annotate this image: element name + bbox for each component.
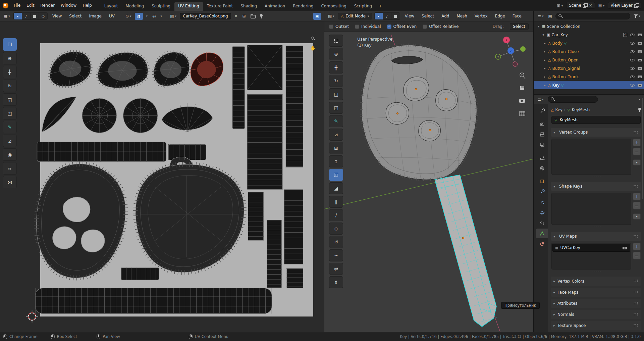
properties-editor-type-button[interactable]: ≣ ▾ <box>536 96 545 102</box>
uv-pivot-button[interactable]: ⊙ ▾ <box>124 13 133 19</box>
tool-inset-faces[interactable] <box>329 169 343 181</box>
drag-dropdown[interactable]: Select <box>510 23 529 30</box>
tool-transform[interactable]: ◰ <box>3 107 17 119</box>
blender-logo-icon[interactable] <box>3 3 8 8</box>
render-camera-icon[interactable] <box>637 83 643 87</box>
tool-spin[interactable]: ↺ <box>329 236 343 248</box>
tool-scale[interactable]: ◱ <box>3 93 17 106</box>
outliner-row-button-trunk[interactable]: ▸△ Button_Trunk <box>534 72 644 81</box>
hide-eye-icon[interactable] <box>630 49 635 54</box>
uv-select-mode-vertex[interactable]: ∙ <box>14 13 22 19</box>
render-camera-icon[interactable] <box>637 33 643 37</box>
tool-cursor[interactable]: ⊕ <box>329 48 343 60</box>
view-layer-selector[interactable]: View Layer <box>608 2 641 9</box>
properties-scrollbar[interactable] <box>642 98 643 199</box>
uv-canvas[interactable]: ⊕ ╋ ↻ ◱ ◰ ✎ ⊿ ◉ ≈ ⋈ ✋ <box>0 21 324 332</box>
workspace-tab-scripting[interactable]: Scripting <box>351 2 376 11</box>
workspace-tab-animation[interactable]: Animation <box>261 2 289 11</box>
panel-normals-header[interactable]: ▸Normals <box>551 310 641 319</box>
breadcrumb-data[interactable]: KeyMesh <box>572 107 590 112</box>
vp-menu-select[interactable]: Select <box>419 13 437 19</box>
outliner-display-mode-button[interactable]: ▤ <box>547 13 553 19</box>
uv-snap-toggle[interactable]: U <box>135 13 143 20</box>
add-uv-map-button[interactable]: + <box>633 243 641 250</box>
option-individual[interactable]: ✓Individual <box>355 24 381 29</box>
outliner-row-collection[interactable]: ▾▣ Car_Key <box>534 31 644 39</box>
panel-uv-maps-header[interactable]: ▾UV Maps <box>551 232 641 241</box>
new-scene-icon[interactable] <box>583 3 587 8</box>
tool-bevel[interactable]: ◢ <box>329 182 343 194</box>
select-mode-face[interactable]: ■ <box>391 13 400 19</box>
outliner-row-scene-collection[interactable]: ▾▦ Scene Collection <box>534 22 644 31</box>
mesh-name-field[interactable]: ▽ KeyMesh <box>551 116 641 124</box>
browse-view-layer-icon[interactable]: ▤ ▾ <box>598 3 604 8</box>
vp-menu-face[interactable]: Face <box>510 13 524 19</box>
tab-scene-icon[interactable] <box>536 153 548 163</box>
uv-proportional-falloff-button[interactable]: ▾ <box>159 14 164 18</box>
menu-help[interactable]: Help <box>80 2 94 9</box>
tool-shrink-fatten[interactable]: ⇕ <box>329 276 343 288</box>
tab-physics-icon[interactable] <box>536 208 548 217</box>
zoom-icon[interactable] <box>311 36 315 41</box>
viewport-canvas[interactable]: X Z Y <box>324 32 533 332</box>
uv-menu-view[interactable]: View <box>50 13 64 19</box>
browse-image-button[interactable]: ▨ ▾ <box>169 13 178 19</box>
render-camera-icon[interactable] <box>637 49 643 54</box>
panel-face-maps-header[interactable]: ▸Face Maps <box>551 288 641 297</box>
uv-menu-uv[interactable]: UV <box>106 13 117 19</box>
uv-select-mode-face[interactable]: ■ <box>31 13 39 19</box>
menu-edit[interactable]: Edit <box>24 2 37 9</box>
tool-relax-brush[interactable]: ≈ <box>3 162 17 175</box>
tool-scale[interactable]: ◱ <box>329 88 343 100</box>
shape-key-specials-button[interactable]: ▾ <box>633 213 641 220</box>
hide-eye-icon[interactable] <box>630 66 635 71</box>
mode-dropdown[interactable]: △ Edit Mode ▾ <box>338 13 372 19</box>
render-camera-icon[interactable] <box>637 75 643 79</box>
tool-edge-slide[interactable]: ⇄ <box>329 263 343 275</box>
menu-render[interactable]: Render <box>38 2 57 9</box>
outliner-row-button-open[interactable]: ▸△ Button_Open <box>534 56 644 64</box>
tool-grab-brush[interactable]: ◉ <box>3 148 17 161</box>
render-camera-icon[interactable] <box>637 66 643 70</box>
outliner-row-key[interactable]: ▸△ Key ▽ <box>534 81 644 89</box>
panel-vertex-colors-header[interactable]: ▸Vertex Colors <box>551 277 641 286</box>
uv-menu-image[interactable]: Image <box>86 13 104 19</box>
panel-grip[interactable] <box>633 235 639 238</box>
tool-loop-cut[interactable]: ∥ <box>329 196 343 208</box>
tab-world-icon[interactable] <box>536 163 548 173</box>
uv-maps-list[interactable]: ▦ UVCarKey <box>551 243 631 270</box>
select-mode-edge[interactable]: ∕ <box>383 13 391 19</box>
outliner-row-body[interactable]: ▸△ Body ▽ <box>534 39 644 47</box>
panel-grip[interactable] <box>633 290 639 294</box>
hide-eye-icon[interactable] <box>630 58 635 62</box>
render-camera-icon[interactable] <box>637 58 643 62</box>
tool-measure[interactable]: ⊿ <box>3 135 17 147</box>
uv-menu-select[interactable]: Select <box>66 13 84 19</box>
uv-proportional-editing-button[interactable]: ◎ <box>151 13 157 19</box>
tool-select-box[interactable] <box>3 38 17 51</box>
tab-render-icon[interactable] <box>536 119 548 129</box>
shape-keys-list[interactable] <box>551 193 631 225</box>
uv-editor-type-button[interactable]: ▦ ▾ <box>2 13 11 19</box>
tool-poly-build[interactable]: ◇ <box>329 223 343 235</box>
tab-view-layer-icon[interactable] <box>536 140 548 150</box>
browse-scene-icon[interactable]: ▣ ▾ <box>557 3 563 8</box>
tool-pinch-brush[interactable]: ⋈ <box>3 176 17 188</box>
workspace-tab-uv-editing[interactable]: UV Editing <box>174 2 203 11</box>
list-resize-grip[interactable] <box>591 271 601 273</box>
list-resize-grip[interactable] <box>591 176 601 178</box>
vp-menu-vertex[interactable]: Vertex <box>472 13 490 19</box>
option-outset[interactable]: ✓Outset <box>329 24 349 29</box>
new-image-button[interactable]: ⊞ <box>241 13 247 19</box>
tool-add-cube[interactable]: ⊞ <box>329 142 343 154</box>
panel-grip[interactable] <box>633 279 639 283</box>
tab-constraints-icon[interactable] <box>536 218 548 228</box>
panel-vertex-groups-header[interactable]: ▾Vertex Groups <box>551 128 641 137</box>
tab-object-icon[interactable] <box>536 177 548 186</box>
render-camera-icon[interactable] <box>622 246 628 250</box>
viewport-editor-type-button[interactable]: ▧ ▾ <box>327 13 336 19</box>
uv-select-mode-edge[interactable]: ∕ <box>22 13 31 19</box>
vp-menu-mesh[interactable]: Mesh <box>454 13 470 19</box>
open-image-button[interactable] <box>249 14 256 18</box>
pan-hand-icon[interactable]: ✋ <box>310 46 316 51</box>
